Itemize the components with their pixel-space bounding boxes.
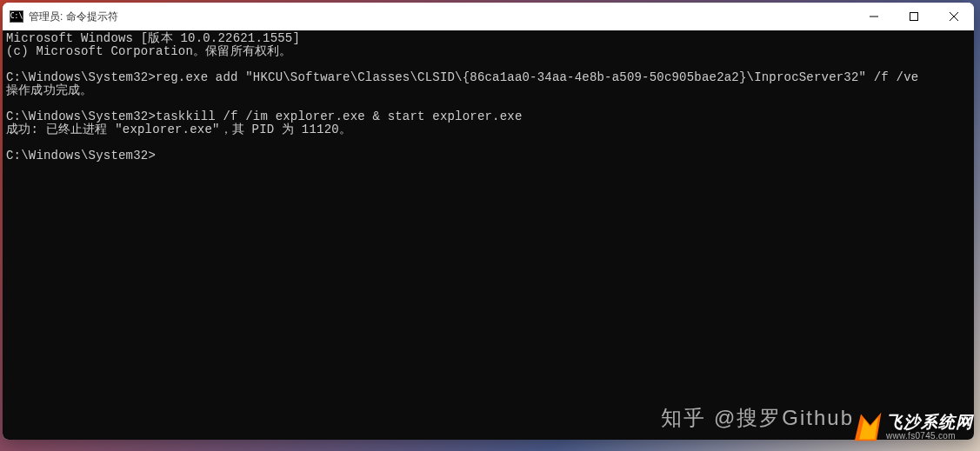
window-controls: [854, 3, 974, 30]
terminal-line: [6, 136, 970, 149]
terminal-line: C:\Windows\System32>taskkill /f /im expl…: [6, 110, 970, 123]
svg-rect-1: [910, 13, 918, 21]
titlebar[interactable]: C:\ 管理员: 命令提示符: [3, 3, 974, 30]
minimize-button[interactable]: [854, 3, 894, 30]
terminal-line: [6, 58, 970, 71]
close-button[interactable]: [934, 3, 974, 30]
cmd-icon: C:\: [10, 10, 23, 23]
terminal-line: 操作成功完成。: [6, 84, 970, 97]
window-title: 管理员: 命令提示符: [29, 10, 118, 24]
terminal-output[interactable]: Microsoft Windows [版本 10.0.22621.1555](c…: [3, 30, 974, 440]
maximize-button[interactable]: [894, 3, 934, 30]
command-prompt-window: C:\ 管理员: 命令提示符 Microsoft Windows [版本 10.…: [3, 3, 974, 440]
terminal-line: Microsoft Windows [版本 10.0.22621.1555]: [6, 32, 970, 45]
terminal-line: C:\Windows\System32>reg.exe add "HKCU\So…: [6, 71, 970, 84]
terminal-line: [6, 97, 970, 110]
terminal-line: 成功: 已终止进程 "explorer.exe"，其 PID 为 11120。: [6, 123, 970, 136]
terminal-line: C:\Windows\System32>: [6, 149, 970, 162]
terminal-line: (c) Microsoft Corporation。保留所有权利。: [6, 45, 970, 58]
titlebar-left: C:\ 管理员: 命令提示符: [10, 10, 118, 24]
